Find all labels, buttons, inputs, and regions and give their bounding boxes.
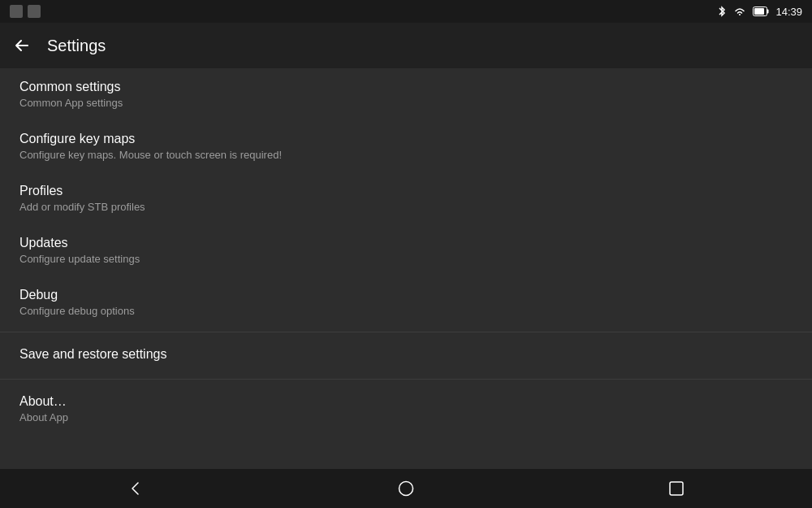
settings-item-subtitle-configure-key-maps: Configure key maps. Mouse or touch scree… (19, 149, 793, 161)
svg-rect-4 (670, 482, 683, 495)
settings-item-subtitle-debug: Configure debug options (19, 305, 793, 317)
status-time: 14:39 (775, 6, 802, 18)
settings-item-subtitle-updates: Configure update settings (19, 253, 793, 265)
settings-item-title-profiles: Profiles (19, 184, 793, 198)
status-bar-right: 14:39 (717, 5, 802, 18)
settings-item-updates[interactable]: Updates Configure update settings (0, 224, 812, 276)
battery-icon (753, 7, 769, 16)
bluetooth-icon (717, 5, 727, 18)
settings-item-title-updates: Updates (19, 236, 793, 250)
divider-2 (0, 379, 812, 380)
settings-item-subtitle-common-settings: Common App settings (19, 97, 793, 109)
back-button[interactable] (13, 37, 31, 54)
app-icon-2 (28, 5, 41, 18)
svg-rect-2 (754, 8, 764, 15)
settings-item-title-save-restore: Save and restore settings (19, 347, 793, 362)
settings-content: Common settings Common App settings Conf… (0, 68, 812, 469)
wifi-icon (733, 7, 746, 17)
nav-back-button[interactable] (111, 472, 160, 505)
app-icon-1 (10, 5, 23, 18)
settings-item-about[interactable]: About… About App (0, 383, 812, 435)
divider (0, 332, 812, 332)
settings-item-subtitle-about: About App (19, 411, 793, 423)
svg-rect-1 (767, 10, 769, 14)
settings-item-title-configure-key-maps: Configure key maps (19, 132, 793, 146)
app-bar: Settings (0, 23, 812, 68)
settings-item-title-common-settings: Common settings (19, 80, 793, 94)
app-bar-title: Settings (47, 37, 106, 55)
settings-item-title-about: About… (19, 394, 793, 409)
settings-item-title-debug: Debug (19, 288, 793, 302)
settings-item-subtitle-profiles: Add or modify STB profiles (19, 201, 793, 213)
nav-bar (0, 469, 812, 508)
settings-item-profiles[interactable]: Profiles Add or modify STB profiles (0, 172, 812, 224)
status-bar-left (10, 5, 41, 18)
nav-home-button[interactable] (382, 472, 430, 505)
settings-item-save-restore[interactable]: Save and restore settings (0, 336, 812, 376)
nav-recent-button[interactable] (652, 472, 701, 505)
settings-item-debug[interactable]: Debug Configure debug options (0, 276, 812, 328)
settings-item-configure-key-maps[interactable]: Configure key maps Configure key maps. M… (0, 120, 812, 172)
svg-point-3 (399, 482, 412, 496)
status-bar: 14:39 (0, 0, 812, 23)
settings-item-common-settings[interactable]: Common settings Common App settings (0, 68, 812, 120)
